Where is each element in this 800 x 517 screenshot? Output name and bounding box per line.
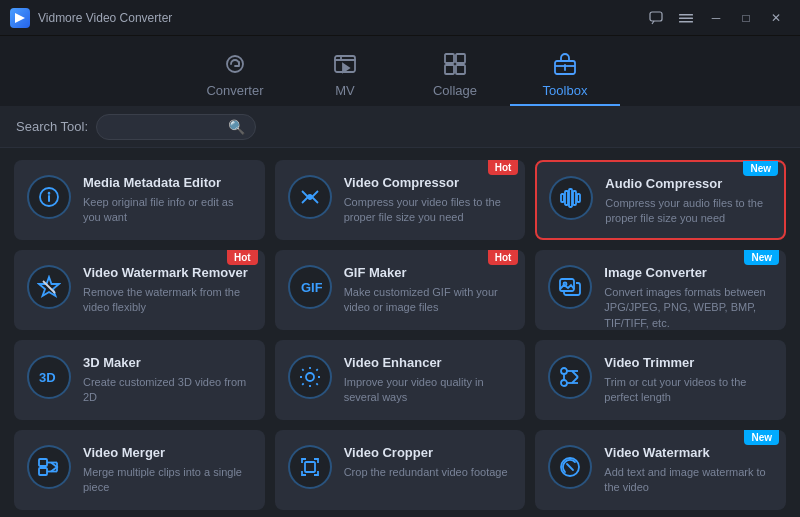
tool-icon-video-watermark-remover	[27, 265, 71, 309]
svg-rect-23	[561, 194, 564, 202]
tool-desc-video-compressor: Compress your video files to the proper …	[344, 195, 513, 226]
tab-collage-label: Collage	[433, 83, 477, 98]
tool-card-video-merger[interactable]: Video Merger Merge multiple clips into a…	[14, 430, 265, 510]
badge-video-watermark: New	[744, 430, 779, 445]
tool-icon-image-converter	[548, 265, 592, 309]
svg-rect-3	[679, 17, 693, 19]
svg-rect-1	[650, 12, 662, 21]
tool-card-image-converter[interactable]: New Image Converter Convert images forma…	[535, 250, 786, 330]
tool-icon-video-compressor	[288, 175, 332, 219]
tool-desc-3d-maker: Create customized 3D video from 2D	[83, 375, 252, 406]
svg-rect-46	[305, 462, 315, 472]
mv-icon	[333, 52, 357, 79]
tool-card-video-watermark[interactable]: New Video Watermark Add text and image w…	[535, 430, 786, 510]
tab-mv-label: MV	[335, 83, 355, 98]
tool-info-audio-compressor: Audio Compressor Compress your audio fil…	[605, 176, 772, 227]
tools-grid: Media Metadata Editor Keep original file…	[0, 148, 800, 517]
tool-card-video-watermark-remover[interactable]: Hot Video Watermark Remover Remove the w…	[14, 250, 265, 330]
tab-converter[interactable]: Converter	[180, 46, 290, 106]
svg-marker-0	[15, 13, 25, 23]
tool-info-3d-maker: 3D Maker Create customized 3D video from…	[83, 355, 252, 406]
svg-rect-42	[39, 468, 47, 475]
tool-name-video-watermark-remover: Video Watermark Remover	[83, 265, 252, 280]
svg-point-35	[561, 368, 567, 374]
svg-line-21	[312, 197, 318, 203]
nav-bar: Converter MV Collage	[0, 36, 800, 106]
search-icon[interactable]: 🔍	[228, 119, 245, 135]
tool-name-video-compressor: Video Compressor	[344, 175, 513, 190]
menu-button[interactable]	[672, 6, 700, 30]
tab-toolbox-label: Toolbox	[543, 83, 588, 98]
tool-desc-video-trimmer: Trim or cut your videos to the perfect l…	[604, 375, 773, 406]
svg-point-22	[308, 195, 312, 199]
tool-icon-gif-maker: GIF	[288, 265, 332, 309]
tool-desc-video-merger: Merge multiple clips into a single piece	[83, 465, 252, 496]
converter-icon	[223, 52, 247, 79]
svg-rect-2	[679, 14, 693, 16]
title-bar-controls: ─ □ ✕	[642, 6, 790, 30]
tool-name-video-watermark: Video Watermark	[604, 445, 773, 460]
svg-line-19	[312, 191, 318, 197]
svg-rect-27	[577, 194, 580, 202]
app-icon	[10, 8, 30, 28]
search-bar: Search Tool: 🔍	[0, 106, 800, 148]
svg-rect-24	[565, 191, 568, 205]
minimize-button[interactable]: ─	[702, 6, 730, 30]
svg-text:3D: 3D	[39, 370, 56, 385]
tool-name-gif-maker: GIF Maker	[344, 265, 513, 280]
tool-card-video-cropper[interactable]: Video Cropper Crop the redundant video f…	[275, 430, 526, 510]
tool-desc-video-enhancer: Improve your video quality in several wa…	[344, 375, 513, 406]
tool-info-video-compressor: Video Compressor Compress your video fil…	[344, 175, 513, 226]
tool-icon-3d-maker: 3D	[27, 355, 71, 399]
svg-rect-41	[39, 459, 47, 466]
tool-card-media-metadata-editor[interactable]: Media Metadata Editor Keep original file…	[14, 160, 265, 240]
collage-icon	[443, 52, 467, 79]
tool-name-audio-compressor: Audio Compressor	[605, 176, 772, 191]
tool-icon-video-merger	[27, 445, 71, 489]
tool-card-video-trimmer[interactable]: Video Trimmer Trim or cut your videos to…	[535, 340, 786, 420]
chat-button[interactable]	[642, 6, 670, 30]
svg-rect-8	[445, 54, 454, 63]
tool-name-video-trimmer: Video Trimmer	[604, 355, 773, 370]
tool-card-audio-compressor[interactable]: New Audio Compressor Compress your audio…	[535, 160, 786, 240]
svg-point-33	[306, 373, 314, 381]
tab-toolbox[interactable]: Toolbox	[510, 46, 620, 106]
svg-rect-10	[445, 65, 454, 74]
tool-info-video-merger: Video Merger Merge multiple clips into a…	[83, 445, 252, 496]
maximize-button[interactable]: □	[732, 6, 760, 30]
close-button[interactable]: ✕	[762, 6, 790, 30]
svg-point-34	[561, 380, 567, 386]
svg-line-18	[302, 191, 308, 197]
tab-collage[interactable]: Collage	[400, 46, 510, 106]
svg-rect-25	[569, 189, 572, 207]
tool-desc-gif-maker: Make customized GIF with your video or i…	[344, 285, 513, 316]
tool-icon-audio-compressor	[549, 176, 593, 220]
tool-icon-video-trimmer	[548, 355, 592, 399]
tool-name-media-metadata-editor: Media Metadata Editor	[83, 175, 252, 190]
tool-card-3d-maker[interactable]: 3D 3D Maker Create customized 3D video f…	[14, 340, 265, 420]
svg-rect-26	[573, 191, 576, 205]
tool-card-video-compressor[interactable]: Hot Video Compressor Compress your video…	[275, 160, 526, 240]
search-input-wrap: 🔍	[96, 114, 273, 140]
tool-info-video-cropper: Video Cropper Crop the redundant video f…	[344, 445, 513, 480]
tool-desc-video-watermark-remover: Remove the watermark from the video flex…	[83, 285, 252, 316]
tool-desc-video-cropper: Crop the redundant video footage	[344, 465, 513, 480]
svg-line-20	[302, 197, 308, 203]
tool-icon-video-enhancer	[288, 355, 332, 399]
tool-info-video-watermark: Video Watermark Add text and image water…	[604, 445, 773, 496]
tab-converter-label: Converter	[206, 83, 263, 98]
tool-name-image-converter: Image Converter	[604, 265, 773, 280]
badge-video-watermark-remover: Hot	[227, 250, 258, 265]
tool-name-video-enhancer: Video Enhancer	[344, 355, 513, 370]
tool-desc-audio-compressor: Compress your audio files to the proper …	[605, 196, 772, 227]
tool-name-3d-maker: 3D Maker	[83, 355, 252, 370]
search-label: Search Tool:	[16, 119, 88, 134]
tool-card-gif-maker[interactable]: Hot GIF GIF Maker Make customized GIF wi…	[275, 250, 526, 330]
tool-desc-image-converter: Convert images formats between JPG/JPEG,…	[604, 285, 773, 331]
tab-mv[interactable]: MV	[290, 46, 400, 106]
tool-icon-video-watermark	[548, 445, 592, 489]
title-bar-left: Vidmore Video Converter	[10, 8, 172, 28]
title-bar: Vidmore Video Converter ─ □ ✕	[0, 0, 800, 36]
badge-image-converter: New	[744, 250, 779, 265]
tool-card-video-enhancer[interactable]: Video Enhancer Improve your video qualit…	[275, 340, 526, 420]
